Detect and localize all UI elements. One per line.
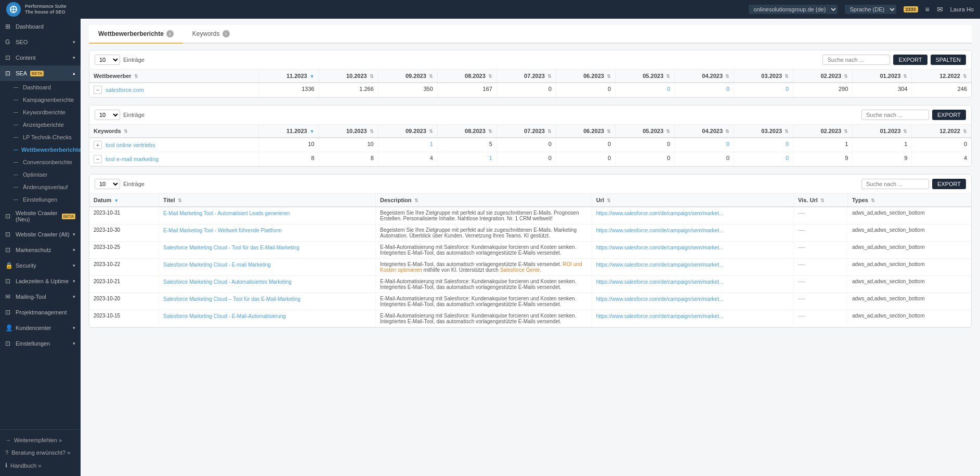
beratung-link[interactable]: ? Beratung erwünscht? » <box>0 446 81 459</box>
kw2-val-0423: 0 <box>675 152 734 166</box>
competitor-spalten-button[interactable]: SPALTEN <box>931 55 966 65</box>
kw-col-0123[interactable]: 01.2023 ⇅ <box>853 125 912 138</box>
sidebar-item-einstellungen-sub[interactable]: — Einstellungen <box>0 193 81 206</box>
col-1023[interactable]: 10.2023 ⇅ <box>319 70 378 83</box>
language-selector[interactable]: Sprache (DE) <box>845 5 896 14</box>
einstellungen-sub-label: Einstellungen <box>23 196 57 203</box>
sidebar-item-kampagnenberichte[interactable]: — Kampagnenberichte <box>0 94 81 106</box>
ads-search-input[interactable] <box>861 179 929 189</box>
kw-col-1023[interactable]: 10.2023 ⇅ <box>319 125 378 138</box>
sort-1123-icon: ▼ <box>310 74 315 79</box>
col-0623[interactable]: 06.2023 ⇅ <box>556 70 615 83</box>
weiterempfehlen-icon: → <box>5 437 11 443</box>
competitor-entries-select[interactable]: 102550100 <box>95 55 120 65</box>
col-0823[interactable]: 08.2023 ⇅ <box>437 70 496 83</box>
col-0123[interactable]: 01.2023 ⇅ <box>853 70 912 83</box>
ads-col-datum[interactable]: Datum ▼ <box>89 194 159 207</box>
ads-col-titel[interactable]: Titel ⇅ <box>159 194 376 207</box>
notifications-button[interactable]: ≡ <box>925 5 930 14</box>
keywords-export-button[interactable]: EXPORT <box>932 110 966 120</box>
competitor-export-button[interactable]: EXPORT <box>893 55 927 65</box>
kw-col-keyword[interactable]: Keywords ⇅ <box>89 125 259 138</box>
sidebar-item-mailing-tool[interactable]: ✉ Mailing-Tool ▾ <box>0 289 81 305</box>
col-0423[interactable]: 04.2023 ⇅ <box>675 70 734 83</box>
sidebar-item-optimiser[interactable]: — Optimiser <box>0 168 81 181</box>
tab-keywords[interactable]: Keywords i <box>183 25 239 44</box>
sidebar-item-website-crawler-alt[interactable]: ⊡ Website Crawler (Alt) ▾ <box>0 227 81 242</box>
kw-col-0423[interactable]: 04.2023 ⇅ <box>675 125 734 138</box>
sidebar-item-keywordberichte[interactable]: — Keywordberichte <box>0 106 81 118</box>
col-0523[interactable]: 05.2023 ⇅ <box>616 70 675 83</box>
ads-entries-select[interactable]: 102550100 <box>95 179 120 189</box>
sidebar-item-kundencenter[interactable]: 👤 Kundencenter ▾ <box>0 320 81 336</box>
ads-export-button[interactable]: EXPORT <box>932 179 966 189</box>
tab-wettbewerberberichte[interactable]: Wettbewerberberichte i <box>89 25 183 44</box>
tab-keywords-info-icon[interactable]: i <box>223 30 230 37</box>
ads-col-description[interactable]: Description ⇅ <box>376 194 592 207</box>
sidebar-item-projektmanagement[interactable]: ⊡ Projektmanagement <box>0 305 81 320</box>
optimiser-label: Optimiser <box>23 171 47 178</box>
tab-wettbewerber-info-icon[interactable]: i <box>166 30 174 37</box>
kw-col-0923[interactable]: 09.2023 ⇅ <box>378 125 437 138</box>
sidebar-item-conversionberichte[interactable]: — Conversionberichte <box>0 156 81 168</box>
sidebar-item-sea[interactable]: ⊡ SEA BETA ▴ <box>0 65 81 81</box>
sidebar-item-security[interactable]: 🔒 Security ▾ <box>0 258 81 273</box>
sidebar-item-sea-dashboard[interactable]: — Dashboard <box>0 81 81 94</box>
sidebar-item-wettbewerberberichte[interactable]: — Wettbewerberberichte <box>0 143 81 156</box>
kw-col-0223[interactable]: 02.2023 ⇅ <box>793 125 853 138</box>
ads-table-section: 102550100 Einträge EXPORT Datum ▼ Titel … <box>89 174 972 328</box>
ads-types-2: adws_ad,adws_section_bottom <box>847 242 971 259</box>
kw-link-2[interactable]: tool e-mail marketing <box>106 156 159 162</box>
weiterempfehlen-link[interactable]: → Weiterempfehlen » <box>0 434 81 446</box>
col-0223[interactable]: 02.2023 ⇅ <box>793 70 853 83</box>
ads-col-url[interactable]: Url ⇅ <box>592 194 793 207</box>
kw-link-1[interactable]: tool online vertriebs <box>106 142 155 148</box>
domain-selector[interactable]: onlinesolutionsgroup.de (de) <box>749 5 838 14</box>
col-1123[interactable]: 11.2023 ▼ <box>259 70 319 83</box>
val-0923: 350 <box>378 83 437 97</box>
sidebar-item-markenschutz[interactable]: ⊡ Markenschutz ▾ <box>0 242 81 258</box>
col-0723[interactable]: 07.2023 ⇅ <box>496 70 556 83</box>
kw2-val-0923: 4 <box>378 152 437 166</box>
keywords-entries-select[interactable]: 102550100 <box>95 110 120 120</box>
sidebar: ⊞ Dashboard G SEO ▾ ⊡ Content ▾ ⊡ SEA BE… <box>0 19 81 476</box>
sidebar-item-anderungsverlauf[interactable]: — Änderungsverlauf <box>0 181 81 193</box>
kw-col-0623[interactable]: 06.2023 ⇅ <box>556 125 615 138</box>
kw-col-0823[interactable]: 08.2023 ⇅ <box>437 125 496 138</box>
kw-col-1222[interactable]: 12.2022 ⇅ <box>912 125 971 138</box>
sidebar-item-anzeigeberichte[interactable]: — Anzeigeberichte <box>0 118 81 131</box>
ads-title-0: E-Mail Marketing Tool - Automatisiert Le… <box>159 207 376 224</box>
keywords-search-input[interactable] <box>861 110 929 120</box>
sidebar-item-seo[interactable]: G SEO ▾ <box>0 34 81 50</box>
sidebar-item-einstellungen[interactable]: ⊡ Einstellungen ▾ <box>0 336 81 351</box>
competitor-link[interactable]: salesforce.com <box>106 87 144 93</box>
kw-col-1123[interactable]: 11.2023 ▼ <box>259 125 319 138</box>
kw-col-0723[interactable]: 07.2023 ⇅ <box>496 125 556 138</box>
val-0623: 0 <box>556 83 615 97</box>
ads-col-vis-url[interactable]: Vis. Url ⇅ <box>794 194 848 207</box>
sidebar-item-ladezeiten[interactable]: ⊡ Ladezeiten & Uptime ▾ <box>0 273 81 289</box>
top-navigation: Performance Suite The house of SEO onlin… <box>0 0 980 19</box>
ads-col-types[interactable]: Types ⇅ <box>847 194 971 207</box>
projekt-icon: ⊡ <box>5 309 12 316</box>
competitor-search-input[interactable] <box>822 55 890 65</box>
competitor-expand-button[interactable]: − <box>94 86 102 94</box>
col-0923[interactable]: 09.2023 ⇅ <box>378 70 437 83</box>
col-1222[interactable]: 12.2022 ⇅ <box>912 70 971 83</box>
col-0323[interactable]: 03.2023 ⇅ <box>734 70 793 83</box>
kw-col-0323[interactable]: 03.2023 ⇅ <box>734 125 793 138</box>
handbuch-link[interactable]: ℹ Handbuch » <box>0 459 81 472</box>
sidebar-item-lp-technik[interactable]: — LP Technik-Checks <box>0 131 81 143</box>
kw-col-0523[interactable]: 05.2023 ⇅ <box>616 125 675 138</box>
messages-button[interactable]: ✉ <box>937 5 943 14</box>
sidebar-item-dashboard[interactable]: ⊞ Dashboard <box>0 19 81 34</box>
sidebar-item-website-crawler-neu[interactable]: ⊡ Website Crawler (Neu) BETA <box>0 206 81 227</box>
crawler-alt-icon: ⊡ <box>5 231 12 238</box>
kw1-val-0123: 1 <box>853 138 912 152</box>
sub-icon: — <box>14 97 20 102</box>
ads-title-4: Salesforce Marketing Cloud - Automatisie… <box>159 276 376 293</box>
col-wettbewerber[interactable]: Wettbewerber ⇅ <box>89 70 259 83</box>
sidebar-item-content[interactable]: ⊡ Content ▾ <box>0 50 81 65</box>
kw-expand-button-2[interactable]: − <box>94 155 102 163</box>
kw-expand-button-1[interactable]: + <box>94 141 102 149</box>
